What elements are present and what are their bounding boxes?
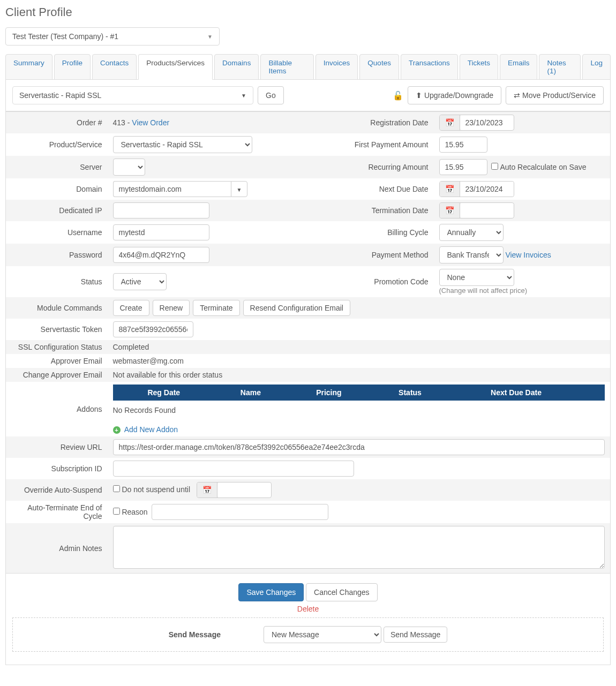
addon-header-nextdue: Next Due Date [449,385,583,401]
label-first-payment: First Payment Amount [337,133,434,156]
addon-header-pricing: Pricing [287,385,371,401]
label-st-token: Servertastic Token [6,319,108,340]
tab-contacts[interactable]: Contacts [92,54,137,80]
promo-hint: (Change will not affect price) [439,287,528,295]
tab-log[interactable]: Log [582,54,611,80]
auto-terminate-checkbox[interactable] [113,508,120,515]
go-button[interactable]: Go [258,86,284,104]
send-message-button[interactable]: Send Message [384,627,447,643]
form-actions: Save Changes Cancel Changes Delete [6,574,610,617]
password-input[interactable] [113,247,209,263]
next-due-date-input[interactable] [460,182,514,197]
approver-email-value: webmaster@mg.com [108,354,611,368]
label-termination: Termination Date [337,200,434,221]
first-payment-input[interactable] [439,137,487,153]
tab-domains[interactable]: Domains [214,54,259,80]
billing-cycle-select[interactable]: Annually [439,224,504,241]
dedicated-ip-input[interactable] [113,202,209,218]
addons-no-records: No Records Found [113,406,605,414]
suspend-label: Do not suspend until [122,485,190,494]
move-product-button[interactable]: ⇄ Move Product/Service [506,86,604,104]
domain-input[interactable] [113,181,231,197]
tab-transactions[interactable]: Transactions [401,54,458,80]
save-button[interactable]: Save Changes [238,583,304,601]
label-addons: Addons [6,382,108,436]
label-admin-notes: Admin Notes [6,523,108,574]
client-selector[interactable]: Test Tester (Test Company) - #1 ▼ [5,27,220,46]
label-server: Server [6,156,108,178]
module-resend-email-button[interactable]: Resend Configuration Email [243,300,350,316]
addon-header-action1 [583,385,594,401]
admin-notes-textarea[interactable] [113,526,605,569]
tab-notes[interactable]: Notes (1) [539,54,581,80]
module-renew-button[interactable]: Renew [153,300,190,316]
product-toolbar: Servertastic - Rapid SSL ▼ Go 🔓 ⬆ Upgrad… [5,80,611,111]
label-change-approver: Change Approver Email [6,368,108,382]
calendar-icon[interactable]: 📅 [440,182,460,197]
tab-profile[interactable]: Profile [54,54,91,80]
shuffle-icon: ⇄ [514,91,520,100]
add-addon-link[interactable]: Add New Addon [124,425,178,434]
subscription-id-input[interactable] [113,461,354,477]
registration-date-group: 📅 [439,115,514,131]
suspend-date-input[interactable] [217,483,271,497]
calendar-icon[interactable]: 📅 [440,203,460,218]
label-payment-method: Payment Method [337,244,434,266]
promo-code-select[interactable]: None [439,269,514,286]
suspend-checkbox[interactable] [113,485,120,492]
label-product-service: Product/Service [6,133,108,156]
tab-products-services[interactable]: Products/Services [138,54,213,80]
delete-link[interactable]: Delete [6,605,610,613]
module-create-button[interactable]: Create [113,300,149,316]
label-domain: Domain [6,178,108,200]
unlock-icon[interactable]: 🔓 [393,91,403,101]
label-next-due: Next Due Date [337,178,434,200]
calendar-icon[interactable]: 📅 [197,483,217,497]
product-dropdown[interactable]: Servertastic - Rapid SSL ▼ [12,86,253,104]
tab-invoices[interactable]: Invoices [315,54,358,80]
upgrade-downgrade-button[interactable]: ⬆ Upgrade/Downgrade [408,86,501,104]
send-message-select[interactable]: New Message [264,626,381,643]
addon-header-action2 [594,385,605,401]
send-message-panel: Send Message New Message Send Message [12,617,604,652]
tab-emails[interactable]: Emails [500,54,538,80]
module-terminate-button[interactable]: Terminate [193,300,239,316]
tab-tickets[interactable]: Tickets [460,54,498,80]
label-billing-cycle: Billing Cycle [337,221,434,244]
review-url-input[interactable] [113,439,605,455]
username-input[interactable] [113,224,209,240]
upload-icon: ⬆ [416,91,422,100]
calendar-icon[interactable]: 📅 [440,115,460,130]
auto-recalc-checkbox[interactable] [491,163,498,170]
payment-method-select[interactable]: Bank Transfer [439,246,504,263]
label-reg-date: Registration Date [337,112,434,134]
tab-summary[interactable]: Summary [5,54,52,80]
cancel-button[interactable]: Cancel Changes [306,583,378,601]
server-select[interactable] [113,159,145,176]
next-due-date-group: 📅 [439,181,514,197]
reason-input[interactable] [152,504,328,520]
product-form: Order # 413 - View Order Registration Da… [5,111,611,574]
termination-date-input[interactable] [460,203,514,218]
chevron-down-icon: ▼ [241,93,246,99]
addons-table: Reg Date Name Pricing Status Next Due Da… [113,385,605,401]
tab-billable[interactable]: Billable Items [260,54,313,80]
tab-quotes[interactable]: Quotes [359,54,399,80]
addon-header-regdate: Reg Date [113,385,215,401]
status-select[interactable]: Active [113,273,167,290]
chevron-down-icon: ▼ [207,34,213,40]
product-dropdown-value: Servertastic - Rapid SSL [19,91,101,100]
servertastic-token-input[interactable] [113,321,193,337]
view-order-link[interactable]: View Order [132,118,169,127]
label-order: Order # [6,112,108,134]
domain-dropdown-button[interactable]: ▼ [231,181,248,197]
ssl-status-value: Completed [108,340,611,354]
label-review-url: Review URL [6,436,108,458]
view-invoices-link[interactable]: View Invoices [505,251,551,259]
recurring-amount-input[interactable] [439,159,487,175]
label-override-suspend: Override Auto-Suspend [6,479,108,501]
label-status: Status [6,266,108,297]
registration-date-input[interactable] [460,115,514,130]
product-service-select[interactable]: Servertastic - Rapid SSL [113,136,252,153]
addon-header-name: Name [215,385,287,401]
